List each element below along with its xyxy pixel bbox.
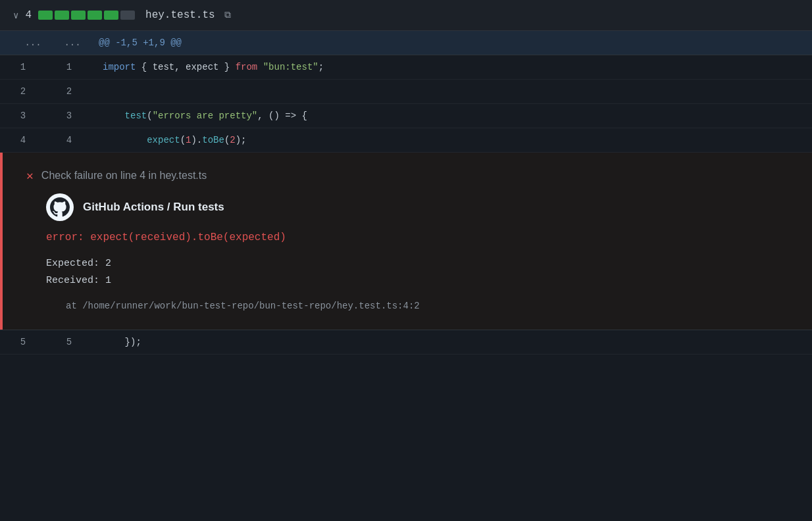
expected-label: Expected: (46, 258, 99, 269)
expected-val: 2 (105, 258, 111, 269)
annotation-header: ✕ Check failure on line 4 in hey.test.ts (26, 168, 788, 183)
pill-1 (38, 11, 53, 20)
code-section: 1 1 import { test, expect } from "bun:te… (0, 55, 812, 153)
at-path: at /home/runner/work/bun-test-repo/bun-t… (66, 301, 788, 311)
code-line-5: 5 5 }); (0, 330, 812, 355)
line-num-left-2: 2 (0, 80, 46, 103)
x-icon: ✕ (26, 168, 34, 183)
received-label: Received: (46, 275, 99, 286)
hunk-info: @@ -1,5 +1,9 @@ (99, 37, 182, 48)
code-line-3: 3 3 test("errors are pretty", () => { (0, 104, 812, 128)
code-line-2: 2 2 (0, 80, 812, 104)
gh-actions-row: GitHub Actions / Run tests (46, 193, 788, 221)
gh-actions-label: GitHub Actions / Run tests (83, 201, 224, 214)
diff-count: 4 (25, 9, 32, 21)
annotation-title: Check failure on line 4 in hey.test.ts (41, 170, 207, 182)
line-num-left-3: 3 (0, 104, 46, 128)
annotation-block: ✕ Check failure on line 4 in hey.test.ts… (0, 153, 812, 330)
diff-pills (38, 11, 135, 20)
line-num-right-5: 5 (46, 330, 92, 354)
line-num-right-3: 3 (46, 104, 92, 128)
pill-6 (120, 11, 135, 20)
line-num-right-4: 4 (46, 128, 92, 152)
error-message: error: expect(received).toBe(expected) (46, 232, 788, 243)
line-content-3: test("errors are pretty", () => { (92, 104, 812, 128)
line-content-4: expect(1).toBe(2); (92, 128, 812, 152)
code-line-1: 1 1 import { test, expect } from "bun:te… (0, 55, 812, 80)
github-logo (46, 193, 74, 221)
line-content-1: import { test, expect } from "bun:test"; (92, 55, 812, 79)
expected-received: Expected: 2 Received: 1 (46, 255, 788, 289)
line-content-2 (92, 80, 812, 103)
bottom-code-section: 5 5 }); (0, 330, 812, 355)
line-num-left-1: 1 (0, 55, 46, 79)
line-num-right-2: 2 (46, 80, 92, 103)
copy-icon[interactable]: ⧉ (224, 10, 231, 20)
file-name: hey.test.ts (145, 9, 215, 21)
pill-5 (104, 11, 118, 20)
pill-4 (88, 11, 102, 20)
pill-2 (55, 11, 69, 20)
hunk-dots-right: ... (53, 37, 92, 48)
main-container: ∨ 4 hey.test.ts ⧉ ... ... @@ -1,5 +1,9 @… (0, 0, 812, 521)
received-val: 1 (105, 275, 111, 286)
line-num-left-4: 4 (0, 128, 46, 152)
pill-3 (71, 11, 86, 20)
line-num-left-5: 5 (0, 330, 46, 354)
chevron-icon: ∨ (13, 10, 18, 21)
hunk-dots-left: ... (13, 37, 53, 48)
line-num-right-1: 1 (46, 55, 92, 79)
hunk-header: ... ... @@ -1,5 +1,9 @@ (0, 31, 812, 55)
code-line-4: 4 4 expect(1).toBe(2); (0, 128, 812, 153)
line-content-5: }); (92, 330, 812, 354)
file-header: ∨ 4 hey.test.ts ⧉ (0, 0, 812, 31)
